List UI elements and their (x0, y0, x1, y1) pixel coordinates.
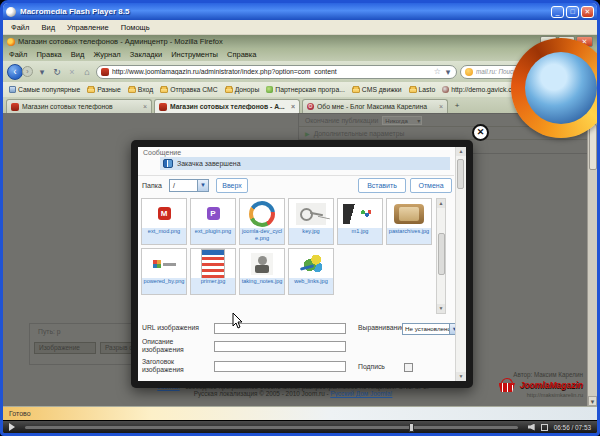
plugin-icon: P (207, 207, 220, 220)
image-url-input[interactable] (214, 323, 346, 334)
align-select[interactable]: Не установлено▼ (402, 323, 460, 335)
module-icon: M (158, 207, 171, 220)
file-ext-plugin[interactable]: Pext_plugin.png (190, 198, 236, 245)
reload-icon[interactable]: ↻ (51, 67, 63, 77)
scroll-thumb[interactable] (438, 233, 445, 275)
file-powered-by[interactable]: powered_by.png (141, 248, 187, 295)
flash-menu-help[interactable]: Помощь (121, 23, 150, 32)
flash-close-button[interactable]: ✕ (581, 6, 594, 18)
image-description-input[interactable] (214, 341, 346, 352)
scroll-down-icon[interactable]: ▼ (456, 372, 466, 381)
scroll-down-icon[interactable]: ▼ (588, 396, 597, 406)
ff-menu-view[interactable]: Вид (71, 50, 85, 59)
volume-icon[interactable] (528, 424, 535, 431)
ff-menu-edit[interactable]: Правка (36, 50, 61, 59)
flash-menu-control[interactable]: Управление (67, 23, 109, 32)
joomru-link[interactable]: Русский Дом Joomla! (330, 390, 392, 397)
ff-menu-bookmarks[interactable]: Закладки (130, 50, 162, 59)
tab-close-icon[interactable]: × (143, 103, 147, 110)
bookmark-gavick[interactable]: http://demo.gavick.c... (442, 86, 517, 93)
tab-close-icon[interactable]: × (439, 103, 443, 110)
file-ext-mod[interactable]: Mext_mod.png (141, 198, 187, 245)
firefox-titlebar[interactable]: Магазин сотовых телефонов - Админцентр -… (3, 35, 597, 48)
play-button[interactable] (9, 423, 15, 431)
flash-menu-view[interactable]: Вид (41, 23, 55, 32)
browser-scrollbar[interactable]: ▲ ▼ (587, 113, 597, 406)
dialog-close-button[interactable]: ✕ (472, 124, 489, 141)
firefox-maximize-button[interactable]: □ (558, 36, 575, 47)
joomla-icon (442, 86, 449, 93)
bookmarks-overflow-chevron[interactable]: » (587, 85, 591, 94)
scroll-thumb[interactable] (457, 159, 464, 189)
fullscreen-icon[interactable] (541, 424, 548, 431)
image-title-input[interactable] (214, 361, 346, 372)
seek-thumb[interactable] (409, 423, 414, 432)
firefox-close-button[interactable]: ✕ (576, 36, 593, 47)
url-text[interactable]: http://www.joomlamagazin.ru/administrato… (112, 68, 431, 75)
tab-blog[interactable]: О Обо мне - Блог Максима Карелина × (302, 99, 448, 113)
folder-select[interactable]: /▼ (169, 179, 209, 192)
keyboard-layout-indicator[interactable]: K (582, 66, 593, 77)
flash-menu-file[interactable]: Файл (11, 23, 29, 32)
thumbnails-scrollbar[interactable]: ▲ ▼ (436, 198, 446, 314)
flash-maximize-button[interactable]: □ (566, 6, 579, 18)
editor-image-button[interactable]: Изображение (34, 342, 96, 354)
firefox-minimize-button[interactable]: — (540, 36, 557, 47)
ff-menu-file[interactable]: Файл (9, 50, 27, 59)
cancel-button[interactable]: Отмена (410, 178, 452, 193)
search-input[interactable]: mail.ru: Поиск в Интерн (476, 68, 552, 75)
url-bar[interactable]: http://www.joomlamagazin.ru/administrato… (96, 65, 457, 79)
author-block: Автор: Максим Карелин JoomlaMagazin http… (497, 371, 583, 398)
folder-icon (87, 87, 95, 93)
bookmark-partner[interactable]: Партнерская програ... (266, 86, 345, 93)
flash-titlebar[interactable]: Macromedia Flash Player 8.5 _ □ ✕ (3, 3, 597, 20)
file-key[interactable]: key.jpg (288, 198, 334, 245)
bookmark-sms[interactable]: Отправка СМС (160, 86, 217, 93)
forward-button[interactable]: › (22, 66, 33, 77)
file-pastarchives[interactable]: pastarchives.jpg (386, 198, 432, 245)
home-icon[interactable]: ⌂ (81, 67, 93, 77)
back-button[interactable]: ‹ (7, 64, 23, 80)
file-m1[interactable]: m1.jpg (337, 198, 383, 245)
scroll-up-icon[interactable]: ▲ (588, 113, 597, 123)
file-taking-notes[interactable]: taking_notes.jpg (239, 248, 285, 295)
tab-shop[interactable]: Магазин сотовых телефонов × (6, 99, 152, 113)
chevron-down-icon[interactable]: ▼ (197, 180, 208, 191)
scroll-up-icon[interactable]: ▲ (437, 199, 445, 208)
caption-checkbox[interactable] (404, 363, 413, 372)
bookmark-vhod[interactable]: Вход (128, 86, 153, 93)
bookmark-donory[interactable]: Доноры (225, 86, 260, 93)
extension-icon[interactable] (571, 68, 579, 76)
search-icon[interactable] (555, 68, 563, 76)
author-url[interactable]: http://maksimkarelin.ru (497, 392, 583, 398)
ff-menu-history[interactable]: Журнал (93, 50, 120, 59)
section-advanced-params[interactable]: ▶ Дополнительные параметры (299, 127, 589, 140)
up-button[interactable]: Вверх (216, 178, 248, 193)
page-content: Окончание публикации Никогда ▶ Дополните… (3, 113, 597, 406)
dialog-scrollbar[interactable]: ▲ ▼ (455, 147, 466, 381)
file-primer[interactable]: primer.jpg (190, 248, 236, 295)
new-tab-button[interactable]: + (450, 100, 464, 113)
bookmark-most-popular[interactable]: Самые популярные (9, 86, 80, 93)
url-dropdown-icon[interactable]: ▾ (444, 67, 452, 77)
tab-shop-admin-active[interactable]: Магазин сотовых телефонов - А... × (154, 99, 300, 113)
scroll-down-icon[interactable]: ▼ (437, 304, 445, 313)
history-dropdown-icon[interactable]: ▾ (36, 67, 48, 77)
ff-menu-help[interactable]: Справка (227, 50, 256, 59)
bookmark-lasto[interactable]: Lasto (409, 86, 436, 93)
bookmark-cms[interactable]: CMS движки (352, 86, 402, 93)
insert-button[interactable]: Вставить (358, 178, 406, 193)
search-box[interactable]: mail.ru: Поиск в Интерн (460, 65, 568, 79)
scroll-thumb[interactable] (589, 124, 597, 170)
stop-icon[interactable]: × (66, 67, 78, 77)
scroll-up-icon[interactable]: ▲ (456, 147, 466, 156)
flash-minimize-button[interactable]: _ (551, 6, 564, 18)
file-dev-cycle[interactable]: joomla-dev_cycle.png (239, 198, 285, 245)
ff-menu-tools[interactable]: Инструменты (171, 50, 218, 59)
tab-close-icon[interactable]: × (291, 103, 295, 110)
seek-bar[interactable] (25, 426, 518, 429)
publish-end-select[interactable]: Никогда (382, 116, 422, 125)
bookmark-star-icon[interactable]: ☆ (434, 67, 441, 76)
file-web-links[interactable]: web_links.jpg (288, 248, 334, 295)
bookmark-raznye[interactable]: Разные (87, 86, 121, 93)
